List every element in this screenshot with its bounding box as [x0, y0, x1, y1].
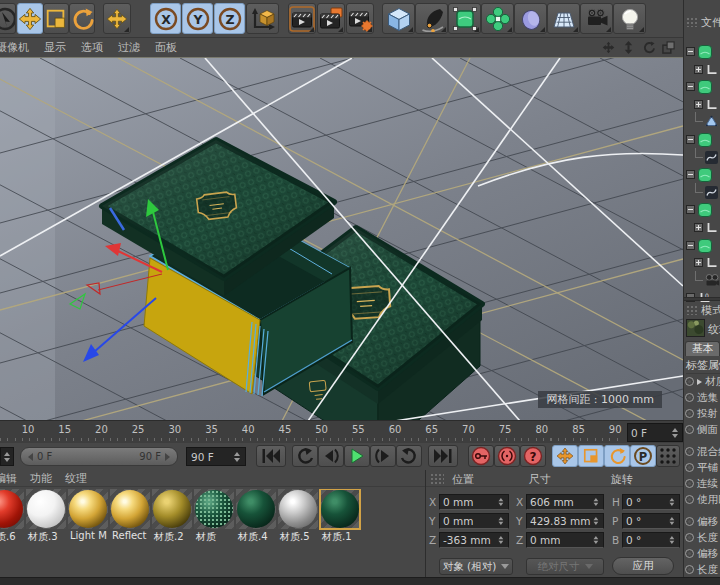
scale-tool-button[interactable]	[43, 3, 69, 34]
rotation-input[interactable]: 0 °	[622, 513, 680, 529]
panel-grip-icon[interactable]	[686, 305, 698, 315]
keyframe-circle-icon[interactable]	[685, 463, 694, 472]
property-row[interactable]: 长度 U	[685, 530, 720, 545]
object-row[interactable]	[684, 150, 720, 166]
property-row[interactable]: 混合纹理	[685, 444, 720, 459]
position-input[interactable]: 0 mm	[439, 513, 509, 529]
object-row[interactable]	[684, 167, 720, 183]
timeline-ruler[interactable]: 1015202530354045505560657075808590 0 F	[0, 420, 683, 443]
material-swatch[interactable]: 材质.1	[320, 489, 360, 542]
viewport-menu-item-3[interactable]: 过滤	[118, 40, 140, 55]
position-input[interactable]: 0 mm	[439, 494, 509, 510]
stepper-icon[interactable]	[668, 498, 675, 506]
property-row[interactable]: 投射	[685, 406, 720, 421]
keyframe-circle-icon[interactable]	[685, 425, 694, 434]
keyframe-selection-button[interactable]: ?	[520, 445, 546, 467]
keyframe-circle-icon[interactable]	[685, 409, 694, 418]
play-forward-button[interactable]	[344, 445, 370, 467]
keyframe-circle-icon[interactable]	[685, 549, 694, 558]
material-menu-item-1[interactable]: 功能	[30, 471, 52, 486]
go-to-start-button[interactable]	[256, 445, 286, 467]
object-row[interactable]	[684, 44, 720, 60]
property-row[interactable]: 侧面	[685, 422, 720, 437]
stepper-icon[interactable]	[668, 536, 675, 544]
end-frame-field[interactable]: 90 F	[186, 447, 246, 466]
property-row[interactable]: 长度 V	[685, 562, 720, 577]
keyframe-circle-icon[interactable]	[685, 533, 694, 542]
keyframe-circle-icon[interactable]	[685, 377, 694, 386]
point-level-animation-toggle[interactable]	[656, 445, 680, 467]
expand-toggle-icon[interactable]	[686, 205, 695, 214]
attribute-manager-menu[interactable]: 模式	[701, 303, 720, 318]
material-swatch[interactable]: 材质.6	[0, 489, 24, 542]
panel-grip-icon[interactable]	[430, 473, 444, 484]
coordinate-system-button[interactable]	[246, 3, 279, 34]
pan-view-icon[interactable]	[602, 41, 615, 54]
stepper-icon[interactable]	[497, 536, 504, 544]
property-row[interactable]: 使用凹凸UVW	[685, 492, 720, 507]
lock-y-axis-button[interactable]: Y	[182, 3, 213, 34]
keyframe-position-toggle[interactable]	[552, 445, 578, 467]
expand-toggle-icon[interactable]	[694, 65, 703, 74]
zoom-view-icon[interactable]	[622, 41, 635, 54]
object-row[interactable]	[684, 220, 720, 236]
texture-tag-preview[interactable]	[686, 319, 705, 337]
next-frame-button[interactable]	[370, 445, 396, 467]
keyframe-scale-toggle[interactable]	[578, 445, 604, 467]
object-row[interactable]	[684, 185, 720, 201]
expand-toggle-icon[interactable]	[694, 258, 703, 267]
expand-toggle-icon[interactable]	[686, 135, 695, 144]
render-to-picture-viewer-button[interactable]	[317, 3, 345, 34]
expand-arrow-icon[interactable]	[697, 379, 702, 385]
expand-toggle-icon[interactable]	[686, 47, 695, 56]
lock-z-axis-button[interactable]: Z	[214, 3, 245, 34]
object-row[interactable]	[684, 114, 720, 130]
add-environment-button[interactable]	[514, 3, 547, 34]
go-to-next-key-button[interactable]	[396, 445, 422, 467]
rotate-tool-button[interactable]	[69, 3, 95, 34]
last-used-tool-button[interactable]	[103, 3, 131, 34]
object-row[interactable]	[684, 238, 720, 254]
material-swatch[interactable]: 材质.2	[152, 489, 192, 542]
add-camera-button[interactable]	[580, 3, 613, 34]
viewport-menu-item-4[interactable]: 面板	[155, 40, 177, 55]
add-spline-button[interactable]	[415, 3, 448, 34]
object-row[interactable]	[684, 255, 720, 271]
material-swatch[interactable]: 材质.5	[278, 489, 318, 542]
apply-button[interactable]: 应用	[612, 557, 674, 575]
panel-grip-icon[interactable]	[686, 17, 698, 27]
render-settings-button[interactable]	[346, 3, 374, 34]
object-row[interactable]	[684, 132, 720, 148]
viewport-3d[interactable]: 网格间距 : 1000 mm	[0, 57, 683, 420]
object-row[interactable]	[684, 97, 720, 113]
viewport-menu-item-1[interactable]: 显示	[44, 40, 66, 55]
object-row[interactable]	[684, 202, 720, 218]
autokeying-button[interactable]	[494, 445, 520, 467]
rotation-input[interactable]: 0 °	[622, 532, 680, 548]
stepper-icon[interactable]	[232, 452, 241, 462]
preview-range-slider[interactable]: 0 F 90 F	[20, 447, 178, 466]
property-row[interactable]: 选集	[685, 390, 720, 405]
expand-toggle-icon[interactable]	[694, 100, 703, 109]
go-to-end-button[interactable]	[428, 445, 458, 467]
rotate-view-icon[interactable]	[642, 41, 655, 54]
keyframe-circle-icon[interactable]	[685, 517, 694, 526]
material-menu-item-2[interactable]: 纹理	[65, 471, 87, 486]
property-row[interactable]: 偏移 V	[685, 546, 720, 561]
keyframe-circle-icon[interactable]	[685, 565, 694, 574]
size-input[interactable]: 0 mm	[526, 532, 604, 548]
add-generator-button[interactable]	[448, 3, 481, 34]
expand-toggle-icon[interactable]	[686, 170, 695, 179]
toggle-view-icon[interactable]	[662, 41, 675, 54]
add-primitive-button[interactable]	[382, 3, 415, 34]
go-to-previous-key-button[interactable]	[292, 445, 318, 467]
material-swatch[interactable]: 材质.3	[26, 489, 66, 542]
attribute-tab-0[interactable]: 基本	[685, 341, 720, 356]
keyframe-circle-icon[interactable]	[685, 447, 694, 456]
render-view-button[interactable]	[288, 3, 316, 34]
move-tool-button[interactable]	[17, 3, 43, 34]
object-row[interactable]	[684, 79, 720, 95]
material-swatch[interactable]: 材质.4	[236, 489, 276, 542]
stepper-icon[interactable]	[592, 517, 599, 525]
coordinate-mode-dropdown[interactable]: 对象 (相对)	[439, 558, 513, 575]
